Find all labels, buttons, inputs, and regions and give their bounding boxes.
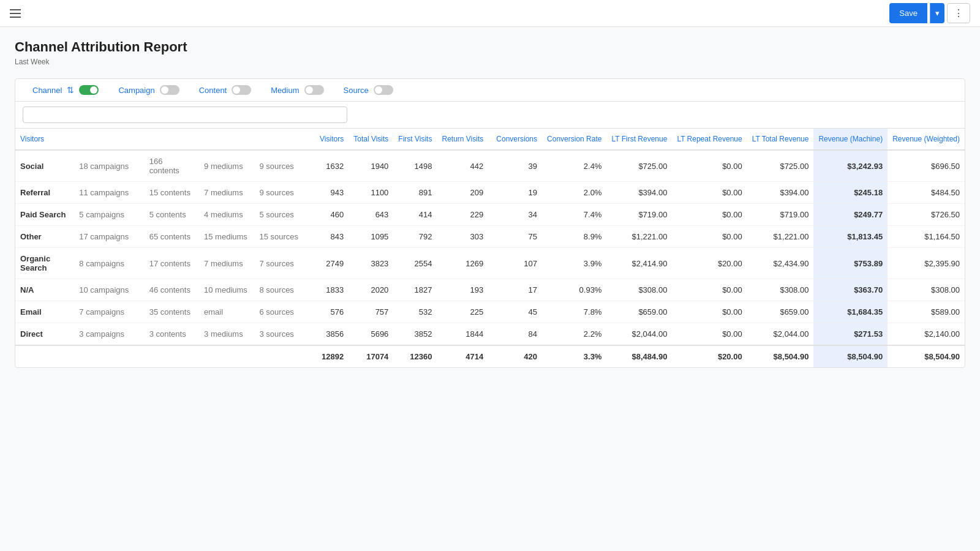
top-bar-right: Save ▾ ⋮: [889, 3, 970, 23]
cell-lt-first: $1,221.00: [606, 226, 672, 248]
cell-channel: Paid Search: [15, 204, 74, 226]
page-subtitle: Last Week: [15, 58, 965, 66]
cell-total-visits: 1100: [349, 182, 393, 204]
table-row: N/A 10 campaigns 46 contents 10 mediums …: [15, 279, 965, 301]
medium-filter-label[interactable]: Medium: [271, 86, 299, 95]
footer-return-visits: 4714: [437, 345, 488, 367]
cell-return-visits: 1269: [437, 248, 488, 279]
cell-lt-first: $659.00: [606, 301, 672, 323]
table-row: Organic Search 8 campaigns 17 contents 7…: [15, 248, 965, 279]
cell-conversions: 84: [488, 323, 542, 346]
cell-source: 5 sources: [255, 204, 309, 226]
footer-visitors: 12892: [309, 345, 349, 367]
cell-content: 46 contents: [145, 279, 199, 301]
hamburger-menu[interactable]: [10, 9, 21, 18]
content-filter: Content: [189, 85, 262, 95]
cell-visitors: 3856: [309, 323, 349, 346]
channel-filter-label[interactable]: Channel: [32, 86, 62, 95]
col-rev-machine-header: Revenue (Machine): [813, 129, 888, 150]
cell-lt-repeat: $0.00: [672, 279, 747, 301]
cell-lt-repeat: $20.00: [672, 248, 747, 279]
report-table-wrapper: Channel ⇅ Campaign Content Medium: [15, 78, 965, 368]
col-source: [255, 129, 309, 150]
cell-first-visits: 532: [393, 301, 437, 323]
cell-rev-machine: $753.89: [813, 248, 888, 279]
cell-lt-total: $659.00: [747, 301, 814, 323]
cell-visitors: 2749: [309, 248, 349, 279]
cell-first-visits: 1827: [393, 279, 437, 301]
footer-source: [255, 345, 309, 367]
source-filter: Source: [334, 85, 403, 95]
cell-first-visits: 2554: [393, 248, 437, 279]
cell-channel: Other: [15, 226, 74, 248]
save-dropdown-button[interactable]: ▾: [930, 3, 944, 23]
page-content: Channel Attribution Report Last Week Cha…: [0, 27, 980, 380]
table-footer-row: 12892 17074 12360 4714 420 3.3% $8,484.9…: [15, 345, 965, 367]
table-row: Other 17 campaigns 65 contents 15 medium…: [15, 226, 965, 248]
cell-conversion-rate: 2.4%: [542, 150, 606, 182]
cell-medium: 15 mediums: [199, 226, 254, 248]
cell-medium: email: [199, 301, 254, 323]
cell-lt-total: $2,434.90: [747, 248, 814, 279]
cell-return-visits: 193: [437, 279, 488, 301]
footer-rev-weighted: $8,504.90: [888, 345, 965, 367]
cell-content: 5 contents: [145, 204, 199, 226]
cell-conversion-rate: 7.4%: [542, 204, 606, 226]
table-row: Email 7 campaigns 35 contents email 6 so…: [15, 301, 965, 323]
search-input[interactable]: [23, 107, 347, 123]
col-lt-first-header: LT First Revenue: [606, 129, 672, 150]
content-filter-label[interactable]: Content: [199, 86, 227, 95]
cell-lt-repeat: $0.00: [672, 226, 747, 248]
cell-lt-total: $308.00: [747, 279, 814, 301]
cell-lt-total: $2,044.00: [747, 323, 814, 346]
cell-campaign: 7 campaigns: [74, 301, 144, 323]
campaign-filter-label[interactable]: Campaign: [118, 86, 154, 95]
medium-toggle[interactable]: [304, 85, 324, 95]
cell-medium: 7 mediums: [199, 248, 254, 279]
cell-lt-first: $725.00: [606, 150, 672, 182]
cell-visitors: 843: [309, 226, 349, 248]
cell-rev-machine: $1,684.35: [813, 301, 888, 323]
cell-lt-first: $394.00: [606, 182, 672, 204]
cell-campaign: 11 campaigns: [74, 182, 144, 204]
content-toggle[interactable]: [232, 85, 251, 95]
cell-rev-weighted: $1,164.50: [888, 226, 965, 248]
table-row: Direct 3 campaigns 3 contents 3 mediums …: [15, 323, 965, 346]
channel-toggle[interactable]: [79, 85, 99, 95]
channel-sort-icon[interactable]: ⇅: [67, 85, 74, 95]
cell-content: 3 contents: [145, 323, 199, 346]
cell-lt-total: $1,221.00: [747, 226, 814, 248]
cell-lt-first: $719.00: [606, 204, 672, 226]
cell-lt-total: $725.00: [747, 150, 814, 182]
cell-lt-repeat: $0.00: [672, 204, 747, 226]
cell-source: 6 sources: [255, 301, 309, 323]
cell-campaign: 18 campaigns: [74, 150, 144, 182]
save-button[interactable]: Save: [889, 3, 927, 23]
cell-campaign: 17 campaigns: [74, 226, 144, 248]
cell-channel: Email: [15, 301, 74, 323]
search-wrapper: [23, 107, 347, 123]
cell-return-visits: 229: [437, 204, 488, 226]
cell-campaign: 10 campaigns: [74, 279, 144, 301]
cell-total-visits: 1940: [349, 150, 393, 182]
cell-campaign: 5 campaigns: [74, 204, 144, 226]
campaign-filter: Campaign: [108, 85, 189, 95]
cell-rev-machine: $1,813.45: [813, 226, 888, 248]
cell-total-visits: 757: [349, 301, 393, 323]
source-filter-label[interactable]: Source: [344, 86, 369, 95]
campaign-toggle[interactable]: [160, 85, 179, 95]
cell-first-visits: 414: [393, 204, 437, 226]
cell-medium: 3 mediums: [199, 323, 254, 346]
footer-first-visits: 12360: [393, 345, 437, 367]
source-toggle[interactable]: [374, 85, 393, 95]
cell-rev-weighted: $726.50: [888, 204, 965, 226]
cell-medium: 9 mediums: [199, 150, 254, 182]
col-total-visits-header: Total Visits: [349, 129, 393, 150]
cell-lt-first: $2,044.00: [606, 323, 672, 346]
cell-conversion-rate: 0.93%: [542, 279, 606, 301]
cell-channel: Direct: [15, 323, 74, 346]
more-options-button[interactable]: ⋮: [947, 3, 970, 23]
channel-filter: Channel ⇅: [23, 85, 108, 95]
footer-total-visits: 17074: [349, 345, 393, 367]
cell-return-visits: 442: [437, 150, 488, 182]
